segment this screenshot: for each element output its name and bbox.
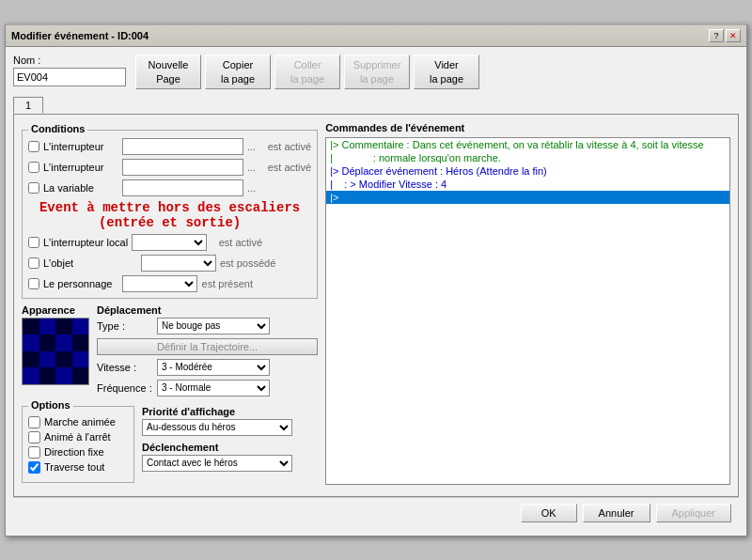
option-fixed-direction-label: Direction fixe — [44, 446, 104, 458]
condition-label-1: L'interrupteur — [43, 141, 118, 152]
title-controls: ? ✕ — [709, 29, 741, 42]
commands-title: Commandes de l'événement — [325, 122, 730, 133]
options-group-box: Options Marche animée Animé à l'arrêt — [22, 406, 134, 483]
cmd-line-2: | : normale lorsqu'on marche. — [326, 151, 729, 164]
options-title: Options — [28, 399, 73, 411]
cmd-line-3: |> Déplacer événement : Héros (Attendre … — [326, 164, 729, 178]
sprite-grid — [23, 319, 88, 384]
option-fixed-direction: Direction fixe — [28, 446, 128, 459]
condition-status-2: est activé — [259, 162, 311, 173]
condition-object-select[interactable] — [141, 255, 216, 272]
condition-object-checkbox[interactable] — [28, 257, 39, 269]
condition-checkbox-1[interactable] — [28, 141, 39, 152]
movement-speed-select[interactable]: 1 - Très lente 2 - Lente 3 - Modérée 4 -… — [157, 359, 270, 376]
condition-row-3: La variable ... — [28, 179, 311, 196]
priority-trigger-section: Priorité d'affichage Au-dessous du héros… — [142, 406, 318, 489]
condition-label-3: La variable — [43, 182, 118, 194]
window-body: Nom : EV004 NouvellePage Copierla page C… — [6, 47, 746, 536]
cmd-text-1: |> Commentaire : Dans cet événement, on … — [330, 139, 704, 150]
condition-row-2: L'interrupteur ... est activé — [28, 159, 311, 176]
commands-box[interactable]: |> Commentaire : Dans cet événement, on … — [325, 137, 730, 485]
sprite-cell — [55, 351, 72, 368]
appearance-movement: Apparence — [22, 304, 318, 400]
sprite-cell — [55, 319, 72, 335]
delete-page-button[interactable]: Supprimerla page — [344, 54, 410, 89]
sprite-cell — [23, 334, 39, 351]
cancel-button[interactable]: Annuler — [583, 504, 650, 522]
paste-page-button[interactable]: Collerla page — [274, 54, 340, 89]
cmd-text-3: |> Déplacer événement : Héros (Attendre … — [330, 165, 547, 177]
main-window: Modifier événement - ID:004 ? ✕ Nom : EV… — [5, 23, 747, 537]
condition-char-label: Le personnage — [43, 278, 118, 289]
left-panel: Conditions L'interrupteur ... est activé… — [22, 122, 318, 489]
sprite-preview[interactable] — [22, 318, 89, 385]
condition-checkbox-2[interactable] — [28, 162, 39, 173]
movement-section: Déplacement Type : Ne bouge pas Aléatoir… — [97, 304, 318, 400]
tabs-row: 1 — [13, 97, 739, 114]
tab-1[interactable]: 1 — [13, 97, 43, 114]
apply-button[interactable]: Appliquer — [656, 504, 731, 522]
option-traverse-checkbox[interactable] — [28, 461, 40, 474]
conditions-group: Conditions L'interrupteur ... est activé… — [22, 130, 318, 299]
condition-local-checkbox-1[interactable] — [28, 237, 39, 248]
close-button[interactable]: ✕ — [726, 29, 741, 42]
condition-object-label: L'objet — [43, 257, 118, 269]
clear-page-button[interactable]: Viderla page — [414, 54, 479, 89]
sprite-cell — [39, 319, 56, 335]
name-input[interactable]: EV004 — [13, 68, 126, 86]
condition-status-1: est activé — [259, 141, 311, 152]
help-button[interactable]: ? — [709, 29, 724, 42]
condition-dots-1: ... — [247, 141, 256, 152]
condition-checkbox-3[interactable] — [28, 182, 39, 194]
option-animated-walk: Marche animée — [28, 416, 128, 428]
name-label: Nom : — [13, 54, 126, 66]
condition-local-1: L'interrupteur local est activé — [28, 234, 311, 251]
condition-input-3[interactable] — [122, 179, 243, 196]
movement-speed-label: Vitesse : — [97, 362, 153, 373]
options-section: Options Marche animée Animé à l'arrêt — [22, 406, 318, 489]
sprite-cell — [72, 351, 89, 368]
movement-type-label: Type : — [97, 320, 153, 332]
ok-button[interactable]: OK — [521, 504, 577, 522]
trigger-select[interactable]: Contact avec le héros Action du joueur P… — [142, 455, 292, 472]
appearance-section: Apparence — [22, 304, 89, 400]
condition-char-row: Le personnage est présent — [28, 275, 311, 292]
footer: OK Annuler Appliquer — [13, 497, 739, 528]
movement-type-select[interactable]: Ne bouge pas Aléatoire Suit le héros — [157, 318, 270, 334]
option-animated-stop-checkbox[interactable] — [28, 431, 40, 443]
trigger-title: Déclenchement — [142, 442, 318, 453]
movement-freq-select[interactable]: 1 - Très basse 2 - Basse 3 - Normale 4 -… — [157, 380, 270, 397]
name-toolbar-row: Nom : EV004 NouvellePage Copierla page C… — [13, 54, 739, 89]
option-animated-stop-label: Animé à l'arrêt — [44, 431, 111, 443]
appearance-title: Apparence — [22, 304, 89, 316]
trajectory-button[interactable]: Définir la Trajectoire... — [97, 338, 318, 355]
sprite-cell — [39, 334, 56, 351]
movement-title: Déplacement — [97, 304, 318, 316]
name-field-group: Nom : EV004 — [13, 54, 126, 86]
condition-input-2[interactable] — [122, 159, 243, 176]
movement-freq-row: Fréquence : 1 - Très basse 2 - Basse 3 -… — [97, 380, 318, 397]
toolbar: NouvellePage Copierla page Collerla page… — [135, 54, 479, 89]
option-animated-stop: Animé à l'arrêt — [28, 431, 128, 443]
window-title: Modifier événement - ID:004 — [11, 30, 149, 41]
new-page-button[interactable]: NouvellePage — [135, 54, 201, 89]
option-fixed-direction-checkbox[interactable] — [28, 446, 40, 459]
cmd-line-5[interactable]: |> — [326, 191, 729, 204]
sprite-cell — [55, 334, 72, 351]
option-animated-walk-checkbox[interactable] — [28, 416, 40, 428]
display-priority-select[interactable]: Au-dessous du héros Même niveau que le h… — [142, 419, 292, 436]
sprite-cell — [23, 319, 39, 335]
sprite-cell — [39, 367, 56, 384]
option-traverse-label: Traverse tout — [44, 461, 104, 473]
condition-char-checkbox[interactable] — [28, 278, 39, 289]
movement-type-row: Type : Ne bouge pas Aléatoire Suit le hé… — [97, 318, 318, 334]
options-checkboxes: Options Marche animée Animé à l'arrêt — [22, 406, 134, 489]
condition-local-select-1[interactable] — [132, 234, 207, 251]
cmd-text-2: | : normale lorsqu'on marche. — [330, 152, 501, 163]
condition-local-status-1: est activé — [211, 237, 262, 248]
sprite-cell — [39, 351, 56, 368]
condition-input-1[interactable] — [122, 138, 243, 155]
copy-page-button[interactable]: Copierla page — [205, 54, 271, 89]
condition-label-2: L'interrupteur — [43, 162, 118, 173]
condition-char-select[interactable] — [122, 275, 197, 292]
